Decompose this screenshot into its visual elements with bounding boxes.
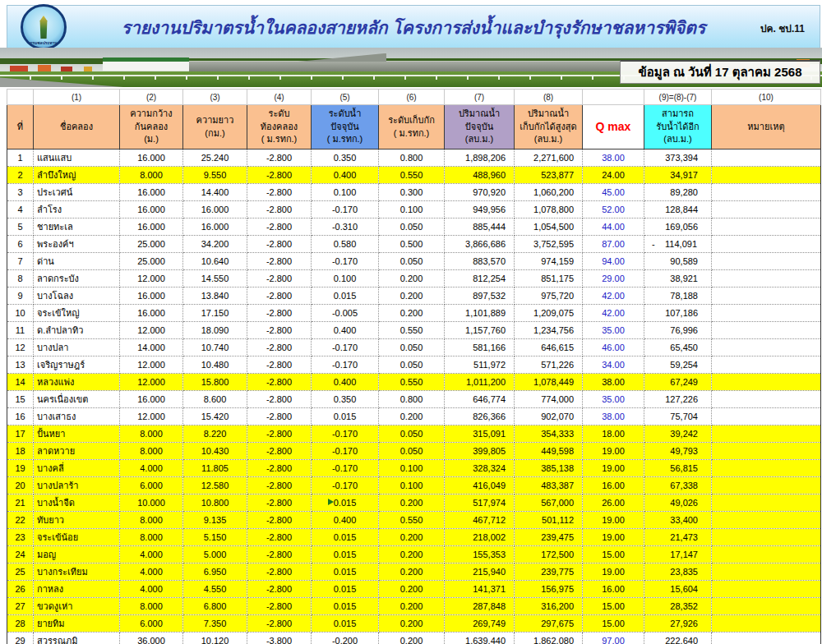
max-retention-volume[interactable]: 3,752,595	[515, 236, 583, 253]
canal-length[interactable]: 15.420	[183, 408, 247, 426]
row-number[interactable]: 19	[7, 460, 34, 477]
bed-level[interactable]: -2.800	[247, 391, 312, 408]
max-retention-volume[interactable]: 316,200	[515, 598, 583, 615]
qmax-value[interactable]: 24.00	[583, 167, 644, 184]
note[interactable]	[712, 201, 821, 218]
qmax-value[interactable]: 97.00	[583, 632, 644, 644]
max-retention-volume[interactable]: 1,054,500	[515, 218, 583, 236]
qmax-value[interactable]: 26.00	[583, 494, 644, 512]
current-volume[interactable]: 885,444	[445, 218, 515, 236]
canal-length[interactable]: 13.840	[183, 288, 247, 305]
qmax-value[interactable]: 94.00	[583, 253, 644, 270]
bed-width[interactable]: 8.000	[120, 529, 183, 546]
current-volume[interactable]: 949,956	[445, 201, 515, 218]
current-water-level[interactable]: -0.170	[312, 253, 379, 270]
canal-name[interactable]: บางกระเทียม	[34, 564, 120, 581]
note[interactable]	[712, 512, 821, 529]
row-number[interactable]: 13	[7, 356, 34, 374]
max-retention-volume[interactable]: 354,333	[515, 426, 583, 443]
retention-level[interactable]: 0.200	[379, 615, 445, 632]
note[interactable]	[712, 218, 821, 236]
max-retention-volume[interactable]: 239,775	[515, 564, 583, 581]
current-volume[interactable]: 970,920	[445, 184, 515, 201]
row-number[interactable]: 14	[7, 374, 34, 391]
qmax-value[interactable]: 38.00	[583, 374, 644, 391]
current-water-level[interactable]: -0.170	[312, 339, 379, 356]
current-water-level[interactable]: 0.015	[312, 598, 379, 615]
canal-name[interactable]: จระเข้ใหญ่	[34, 305, 120, 322]
canal-length[interactable]: 25.240	[183, 150, 247, 167]
current-volume[interactable]: 269,749	[445, 615, 515, 632]
qmax-value[interactable]: 38.00	[583, 408, 644, 426]
note[interactable]	[712, 236, 821, 253]
current-water-level[interactable]: 0.400	[312, 374, 379, 391]
bed-width[interactable]: 4.000	[120, 581, 183, 598]
qmax-value[interactable]: 44.00	[583, 218, 644, 236]
max-retention-volume[interactable]: 1,060,200	[515, 184, 583, 201]
max-retention-volume[interactable]: 646,615	[515, 339, 583, 356]
row-number[interactable]: 6	[7, 236, 34, 253]
current-volume[interactable]: 1,157,760	[445, 322, 515, 339]
canal-length[interactable]: 14.550	[183, 270, 247, 288]
remaining-capacity[interactable]: 23,835	[644, 564, 712, 581]
max-retention-volume[interactable]: 385,138	[515, 460, 583, 477]
note[interactable]	[712, 443, 821, 460]
remaining-capacity[interactable]: 169,056	[644, 218, 712, 236]
canal-length[interactable]: 7.350	[183, 615, 247, 632]
remaining-capacity[interactable]: 128,844	[644, 201, 712, 218]
canal-length[interactable]: 4.550	[183, 581, 247, 598]
remaining-capacity[interactable]: 56,815	[644, 460, 712, 477]
current-volume[interactable]: 315,091	[445, 426, 515, 443]
current-water-level[interactable]: -0.170	[312, 477, 379, 494]
bed-width[interactable]: 16.000	[120, 150, 183, 167]
qmax-value[interactable]: 35.00	[583, 391, 644, 408]
retention-level[interactable]: 0.200	[379, 632, 445, 644]
qmax-value[interactable]: 16.00	[583, 581, 644, 598]
max-retention-volume[interactable]: 523,877	[515, 167, 583, 184]
max-retention-volume[interactable]: 774,000	[515, 391, 583, 408]
bed-level[interactable]: -2.800	[247, 564, 312, 581]
bed-width[interactable]: 8.000	[120, 598, 183, 615]
canal-length[interactable]: 6.800	[183, 598, 247, 615]
note[interactable]	[712, 426, 821, 443]
remaining-capacity[interactable]: 59,254	[644, 356, 712, 374]
retention-level[interactable]: 0.500	[379, 236, 445, 253]
current-water-level[interactable]: 0.015	[312, 288, 379, 305]
bed-level[interactable]: -2.800	[247, 270, 312, 288]
row-number[interactable]: 2	[7, 167, 34, 184]
canal-name[interactable]: บางน้ำจืด	[34, 494, 120, 512]
retention-level[interactable]: 0.800	[379, 150, 445, 167]
bed-level[interactable]: -3.800	[247, 632, 312, 644]
max-retention-volume[interactable]: 1,862,080	[515, 632, 583, 644]
retention-level[interactable]: 0.550	[379, 512, 445, 529]
bed-width[interactable]: 8.000	[120, 167, 183, 184]
qmax-value[interactable]: 42.00	[583, 288, 644, 305]
remaining-capacity[interactable]: 39,242	[644, 426, 712, 443]
current-volume[interactable]: 897,532	[445, 288, 515, 305]
current-water-level[interactable]: -0.170	[312, 443, 379, 460]
note[interactable]	[712, 460, 821, 477]
bed-level[interactable]: -2.800	[247, 494, 312, 512]
max-retention-volume[interactable]: 239,475	[515, 529, 583, 546]
canal-length[interactable]: 16.000	[183, 218, 247, 236]
remaining-capacity[interactable]: 67,249	[644, 374, 712, 391]
bed-level[interactable]: -2.800	[247, 408, 312, 426]
retention-level[interactable]: 0.050	[379, 218, 445, 236]
canal-name[interactable]: บางเสาธง	[34, 408, 120, 426]
bed-level[interactable]: -2.800	[247, 150, 312, 167]
retention-level[interactable]: 0.200	[379, 546, 445, 564]
remaining-capacity[interactable]: -114,091	[644, 236, 712, 253]
canal-name[interactable]: ลำโรง	[34, 201, 120, 218]
note[interactable]	[712, 305, 821, 322]
retention-level[interactable]: 0.550	[379, 167, 445, 184]
current-volume[interactable]: 1,898,206	[445, 150, 515, 167]
current-volume[interactable]: 399,805	[445, 443, 515, 460]
qmax-value[interactable]: 46.00	[583, 339, 644, 356]
current-water-level[interactable]: -0.170	[312, 201, 379, 218]
canal-name[interactable]: หลวงแพ่ง	[34, 374, 120, 391]
row-number[interactable]: 5	[7, 218, 34, 236]
current-water-level[interactable]: 0.400	[312, 322, 379, 339]
bed-level[interactable]: -2.800	[247, 339, 312, 356]
canal-length[interactable]: 15.800	[183, 374, 247, 391]
max-retention-volume[interactable]: 851,175	[515, 270, 583, 288]
